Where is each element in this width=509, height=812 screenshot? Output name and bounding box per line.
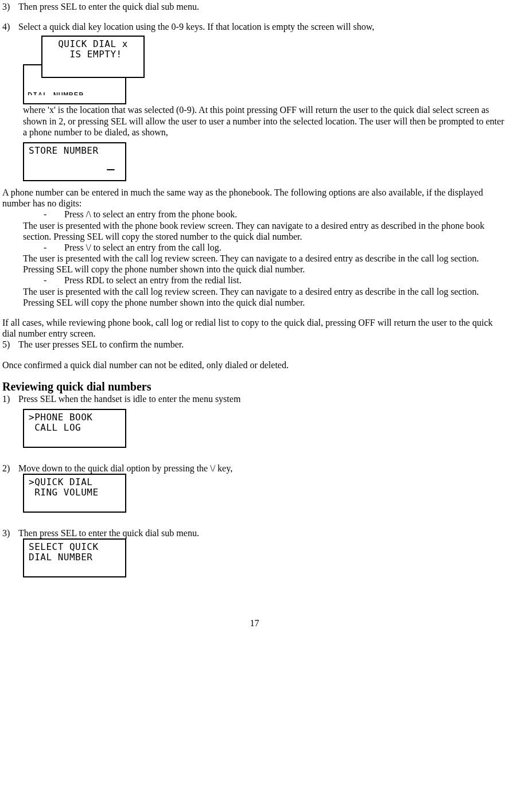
step-5: 5) The user presses SEL to confirm the n… xyxy=(2,339,507,350)
review-step-3-num: 3) xyxy=(2,528,18,538)
review-step-2-num: 2) xyxy=(2,463,18,474)
bullet2-text: Press \/ to select an entry from the cal… xyxy=(64,242,222,253)
step-4-continuation: where 'x' is the location that was selec… xyxy=(23,104,507,138)
lcd-front-panel: QUICK DIAL x IS EMPTY! xyxy=(41,36,145,78)
lcd-store-number-panel: STORE NUMBER _ xyxy=(23,142,126,181)
bullet1-text: Press /\ to select an entry from the pho… xyxy=(64,209,237,220)
lcd-quick-dial-menu: >QUICK DIAL RING VOLUME xyxy=(23,474,507,518)
phonebook-options-intro: A phone number can be entered in much th… xyxy=(2,187,507,209)
bullet-calllog: - Press \/ to select an entry from the c… xyxy=(44,242,507,253)
lcd3-panel: >PHONE BOOK CALL LOG xyxy=(23,409,126,448)
step-5-text: The user presses SEL to confirm the numb… xyxy=(18,339,507,350)
bullet1-dash: - xyxy=(44,209,64,220)
review-step-1-num: 1) xyxy=(2,393,18,404)
lcd-front-line2: IS EMPTY! xyxy=(46,49,140,60)
bullet1-body: The user is presented with the phone boo… xyxy=(23,220,507,242)
lcd4-line2: RING VOLUME xyxy=(29,487,121,498)
bullet-phonebook: - Press /\ to select an entry from the p… xyxy=(44,209,507,220)
lcd2-cursor: _ xyxy=(29,156,121,171)
review-step-3: 3) Then press SEL to enter the quick dia… xyxy=(2,528,507,538)
step-4-text: Select a quick dial key location using t… xyxy=(18,21,507,32)
lcd-select-quick-dial: SELECT QUICK DIAL NUMBER xyxy=(23,538,507,583)
lcd5-panel: SELECT QUICK DIAL NUMBER xyxy=(23,538,126,577)
step-3-num: 3) xyxy=(2,1,18,12)
bullet3-text: Press RDL to select an entry from the re… xyxy=(64,275,242,286)
note-confirmed: Once confirmed a quick dial number can n… xyxy=(2,360,507,370)
bullet2-dash: - xyxy=(44,242,64,253)
bullet3-dash: - xyxy=(44,275,64,286)
lcd4-line1: >QUICK DIAL xyxy=(29,477,121,487)
lcd-front-line1: QUICK DIAL x xyxy=(46,39,140,49)
step-3: 3) Then press SEL to enter the quick dia… xyxy=(2,1,507,12)
review-step-1: 1) Press SEL when the handset is idle to… xyxy=(2,393,507,404)
lcd4-panel: >QUICK DIAL RING VOLUME xyxy=(23,474,126,513)
review-step-3-text: Then press SEL to enter the quick dial s… xyxy=(18,528,507,538)
lcd2-line1: STORE NUMBER xyxy=(29,146,121,156)
step-3-text: Then press SEL to enter the quick dial s… xyxy=(18,1,507,12)
lcd5-line2: DIAL NUMBER xyxy=(29,552,121,563)
page-number: 17 xyxy=(2,618,507,628)
review-step-2: 2) Move down to the quick dial option by… xyxy=(2,463,507,474)
step-5-num: 5) xyxy=(2,339,18,350)
review-step-2-text: Move down to the quick dial option by pr… xyxy=(18,463,507,474)
bullet-redial: - Press RDL to select an entry from the … xyxy=(44,275,507,286)
step-4-num: 4) xyxy=(2,21,18,32)
lcd-back-clipped-text: DIAL NUMBER xyxy=(28,89,122,95)
lcd5-line1: SELECT QUICK xyxy=(29,542,121,552)
step-4: 4) Select a quick dial key location usin… xyxy=(2,21,507,32)
lcd3-line2: CALL LOG xyxy=(29,423,121,433)
note-off: If all cases, while reviewing phone book… xyxy=(2,317,507,339)
lcd3-line1: >PHONE BOOK xyxy=(29,412,121,423)
bullet3-body: The user is presented with the call log … xyxy=(23,286,507,308)
bullet2-body: The user is presented with the call log … xyxy=(23,253,507,275)
lcd-phone-book-menu: >PHONE BOOK CALL LOG xyxy=(23,408,507,454)
lcd-quick-dial-empty: DIAL NUMBER QUICK DIAL x IS EMPTY! xyxy=(23,36,507,104)
lcd-store-number: STORE NUMBER _ xyxy=(23,141,507,187)
section-heading-reviewing: Reviewing quick dial numbers xyxy=(2,380,507,393)
review-step-1-text: Press SEL when the handset is idle to en… xyxy=(18,393,507,404)
